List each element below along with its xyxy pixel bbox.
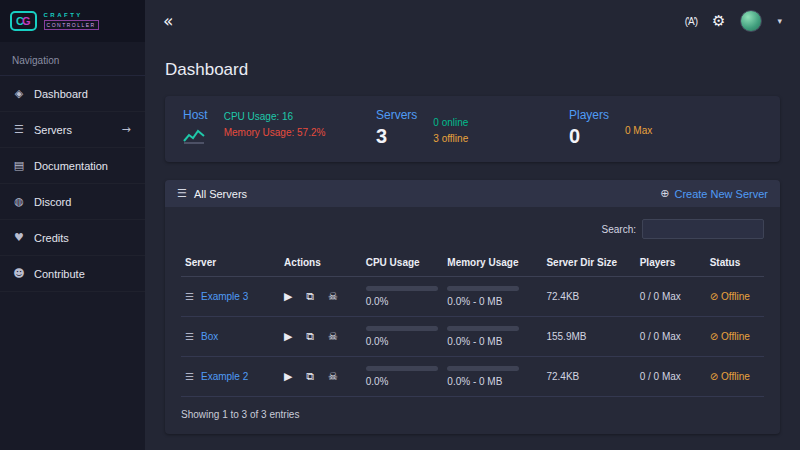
cpu-progress-bar	[366, 286, 438, 291]
language-icon[interactable]: ('A')	[685, 16, 697, 27]
players-stats: Players 0 0 Max	[569, 108, 762, 148]
user-avatar[interactable]	[740, 10, 762, 32]
sidebar-collapse-button[interactable]: «	[163, 11, 173, 31]
person-icon: ☻	[12, 267, 26, 280]
memory-progress-bar	[447, 286, 519, 291]
column-header-cpu: CPU Usage	[362, 251, 444, 277]
host-stats-card: Host CPU Usage: 16 Memory Usage: 57.2% S…	[165, 96, 780, 162]
user-menu-caret-icon[interactable]: ▾	[777, 16, 782, 26]
clone-server-icon[interactable]: ⧉	[306, 370, 314, 383]
memory-usage-text: Memory Usage: 57.2%	[224, 127, 326, 138]
brand-name: CRAFTY	[44, 12, 99, 18]
host-title: Host	[183, 108, 208, 122]
players-value: 0 / 0 Max	[636, 277, 706, 317]
expand-arrow-icon: →	[119, 123, 133, 136]
memory-usage-value: 0.0% - 0 MB	[447, 336, 538, 347]
sidebar-item-credits[interactable]: ♥ Credits	[0, 220, 145, 256]
kill-server-icon[interactable]: ☠	[328, 290, 338, 303]
clone-server-icon[interactable]: ⧉	[306, 290, 314, 303]
server-link[interactable]: Example 3	[201, 291, 248, 302]
sidebar: CG CRAFTY CONTROLLER Navigation ◈ Dashbo…	[0, 0, 145, 450]
servers-stat-values: 0 online 3 offline	[433, 108, 468, 144]
list-icon: ☰	[177, 187, 187, 200]
sidebar-item-discord[interactable]: ◍ Discord	[0, 184, 145, 220]
plus-circle-icon: ⊕	[660, 187, 669, 200]
players-stat-left: Players 0	[569, 108, 609, 148]
start-server-icon[interactable]: ▶	[284, 370, 292, 383]
brand-text: CRAFTY CONTROLLER	[44, 12, 99, 30]
servers-icon: ☰	[12, 123, 26, 136]
nav-section-label: Navigation	[0, 42, 145, 76]
search-row: Search:	[181, 219, 764, 239]
sidebar-item-label: Contribute	[34, 268, 85, 280]
cpu-progress-bar	[366, 326, 438, 331]
entries-summary: Showing 1 to 3 of 3 entries	[181, 409, 764, 420]
table-header-row: Server Actions CPU Usage Memory Usage Se…	[181, 251, 764, 277]
server-rack-icon: ☰	[185, 291, 194, 302]
server-rack-icon: ☰	[185, 331, 194, 342]
status-badge: Offline	[721, 371, 750, 382]
brand-subname: CONTROLLER	[44, 20, 99, 30]
offline-icon: ⊘	[710, 331, 718, 342]
memory-usage-value: 0.0% - 0 MB	[447, 376, 538, 387]
topbar: « ('A') ⚙ ▾	[145, 0, 800, 42]
host-stats: Host CPU Usage: 16 Memory Usage: 57.2%	[183, 108, 376, 148]
sidebar-item-documentation[interactable]: ▤ Documentation	[0, 148, 145, 184]
players-title: Players	[569, 108, 609, 122]
players-max-text: 0 Max	[625, 125, 652, 136]
sidebar-item-label: Discord	[34, 196, 71, 208]
documentation-icon: ▤	[12, 159, 26, 172]
page-title: Dashboard	[165, 60, 780, 80]
kill-server-icon[interactable]: ☠	[328, 330, 338, 343]
start-server-icon[interactable]: ▶	[284, 290, 292, 303]
players-count: 0	[569, 125, 609, 148]
table-row: ☰Example 3 ▶ ⧉ ☠ 0.0% 0.0% - 0 MB 72.4KB…	[181, 277, 764, 317]
servers-stats: Servers 3 0 online 3 offline	[376, 108, 569, 148]
server-dir-size: 155.9MB	[542, 317, 635, 357]
column-header-players: Players	[636, 251, 706, 277]
panel-body: Search: Server Actions CPU Usage Memory …	[165, 207, 780, 434]
sidebar-item-label: Dashboard	[34, 88, 88, 100]
players-value: 0 / 0 Max	[636, 357, 706, 397]
column-header-dir-size: Server Dir Size	[542, 251, 635, 277]
server-link[interactable]: Example 2	[201, 371, 248, 382]
sidebar-item-contribute[interactable]: ☻ Contribute	[0, 256, 145, 292]
servers-offline-text: 3 offline	[433, 133, 468, 144]
discord-icon: ◍	[12, 195, 26, 208]
dashboard-icon: ◈	[12, 87, 26, 100]
cpu-usage-text: CPU Usage: 16	[224, 111, 326, 122]
server-dir-size: 72.4KB	[542, 357, 635, 397]
server-link[interactable]: Box	[201, 331, 218, 342]
panel-header: ☰ All Servers ⊕ Create New Server	[165, 180, 780, 207]
column-header-status: Status	[706, 251, 764, 277]
status-badge: Offline	[721, 331, 750, 342]
players-stat-values: 0 Max	[625, 108, 652, 136]
settings-gears-icon[interactable]: ⚙	[712, 12, 725, 30]
heart-icon: ♥	[12, 231, 26, 244]
crafty-logo-icon: CG	[10, 11, 37, 31]
sidebar-item-label: Documentation	[34, 160, 108, 172]
column-header-server: Server	[181, 251, 280, 277]
servers-table: Server Actions CPU Usage Memory Usage Se…	[181, 251, 764, 397]
table-row: ☰Box ▶ ⧉ ☠ 0.0% 0.0% - 0 MB 155.9MB 0 / …	[181, 317, 764, 357]
sidebar-item-label: Servers	[34, 124, 72, 136]
sidebar-item-servers[interactable]: ☰ Servers →	[0, 112, 145, 148]
clone-server-icon[interactable]: ⧉	[306, 330, 314, 343]
column-header-actions: Actions	[280, 251, 362, 277]
brand-logo[interactable]: CG CRAFTY CONTROLLER	[0, 0, 145, 42]
host-stat-left: Host	[183, 108, 208, 146]
players-value: 0 / 0 Max	[636, 317, 706, 357]
start-server-icon[interactable]: ▶	[284, 330, 292, 343]
server-search-input[interactable]	[642, 219, 764, 239]
cpu-progress-bar	[366, 366, 438, 371]
server-rack-icon: ☰	[185, 371, 194, 382]
servers-title: Servers	[376, 108, 417, 122]
kill-server-icon[interactable]: ☠	[328, 370, 338, 383]
offline-icon: ⊘	[710, 371, 718, 382]
main-area: « ('A') ⚙ ▾ Dashboard Host	[145, 0, 800, 450]
panel-title: All Servers	[194, 188, 247, 200]
logo-letter-g: G	[22, 15, 31, 27]
server-dir-size: 72.4KB	[542, 277, 635, 317]
create-new-server-button[interactable]: ⊕ Create New Server	[660, 187, 768, 200]
sidebar-item-dashboard[interactable]: ◈ Dashboard	[0, 76, 145, 112]
